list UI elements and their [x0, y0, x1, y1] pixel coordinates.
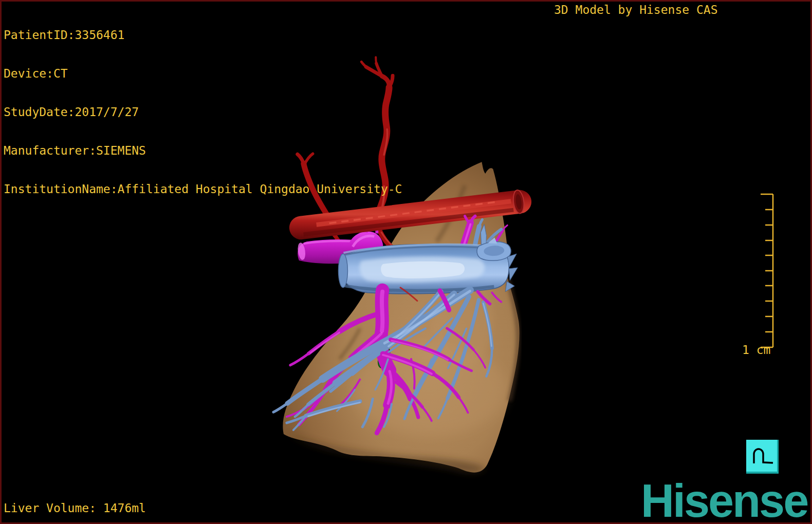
orientation-icon[interactable]: [746, 440, 779, 474]
manufacturer: Manufacturer:SIEMENS: [4, 144, 402, 157]
patient-id: PatientID:3356461: [4, 29, 402, 42]
orientation-glyph: [746, 440, 779, 474]
liver-volume-readout: Liver Volume: 1476ml: [4, 502, 146, 515]
study-date: StudyDate:2017/7/27: [4, 106, 402, 119]
institution-name: InstitutionName:Affiliated Hospital Qing…: [4, 183, 402, 196]
scale-bar: [757, 192, 776, 351]
scale-label: 1 cm: [742, 344, 770, 357]
3d-viewer-viewport[interactable]: PatientID:3356461 Device:CT StudyDate:20…: [0, 0, 812, 524]
app-title: 3D Model by Hisense CAS: [554, 4, 718, 16]
brand-logo: Hisense: [641, 478, 807, 524]
device: Device:CT: [4, 67, 402, 80]
patient-info-block: PatientID:3356461 Device:CT StudyDate:20…: [4, 3, 402, 221]
